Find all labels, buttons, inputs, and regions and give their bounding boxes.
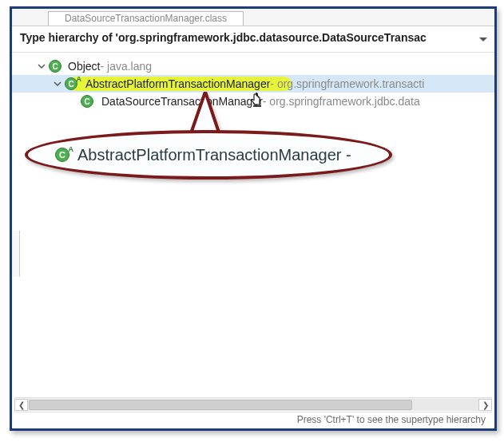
callout-text: AbstractPlatformTransactionManager - [77, 146, 351, 164]
class-name: Object [68, 60, 100, 73]
abstract-class-icon: CA [65, 77, 77, 90]
mouse-pointer-icon [249, 92, 265, 109]
scroll-thumb[interactable] [29, 400, 412, 410]
editor-tab-strip: DataSourceTransactionManager.class [12, 9, 494, 26]
cropped-side-artifact [12, 231, 20, 277]
abstract-class-icon: CA [55, 148, 69, 162]
package-label: - org.springframework.transacti [270, 77, 424, 90]
horizontal-scrollbar[interactable]: ❮ ❯ [14, 397, 492, 411]
scroll-left-icon[interactable]: ❮ [14, 399, 28, 411]
tree-node-abstract-platform-tm[interactable]: CA AbstractPlatformTransactionManager - … [12, 75, 494, 93]
ide-panel: DataSourceTransactionManager.class Type … [10, 6, 497, 431]
status-bar: Press 'Ctrl+T' to see the supertype hier… [14, 412, 492, 426]
editor-tab-label: DataSourceTransactionManager.class [65, 13, 227, 24]
status-hint: Press 'Ctrl+T' to see the supertype hier… [297, 414, 486, 425]
hierarchy-title: Type hierarchy of 'org.springframework.j… [20, 31, 488, 44]
package-label: - java.lang [100, 60, 152, 73]
tree-node-object[interactable]: C Object - java.lang [12, 57, 494, 75]
scroll-track[interactable] [28, 399, 478, 411]
expand-toggle-icon[interactable] [52, 78, 63, 89]
annotation-callout: CA AbstractPlatformTransactionManager - [25, 130, 392, 180]
expand-toggle-icon[interactable] [36, 61, 47, 72]
package-label: - org.springframework.jdbc.data [263, 95, 420, 108]
editor-tab-datasource[interactable]: DataSourceTransactionManager.class [48, 11, 244, 26]
class-icon: C [81, 95, 93, 108]
scroll-right-icon[interactable]: ❯ [478, 399, 492, 411]
view-menu-icon[interactable] [477, 33, 490, 45]
class-icon: C [49, 60, 62, 73]
hierarchy-header: Type hierarchy of 'org.springframework.j… [12, 26, 494, 53]
class-name: AbstractPlatformTransactionManager [85, 77, 270, 90]
